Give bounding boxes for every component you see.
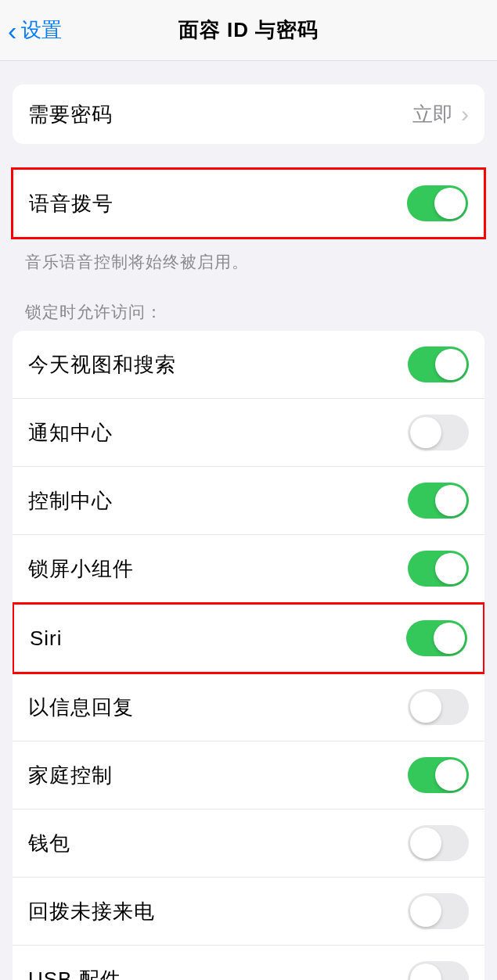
lock-access-toggle-4[interactable]: [406, 620, 467, 656]
lock-access-toggle-3[interactable]: [408, 551, 469, 587]
toggle-knob: [435, 553, 466, 584]
toggle-knob: [435, 485, 466, 516]
lock-access-row-5: 以信息回复: [13, 673, 484, 741]
lock-access-label: 以信息回复: [28, 694, 134, 721]
toggle-knob: [434, 623, 465, 654]
lock-access-toggle-1[interactable]: [408, 415, 469, 451]
lock-access-toggle-6[interactable]: [408, 757, 469, 793]
lock-access-toggle-7[interactable]: [408, 825, 469, 861]
header-bar: ‹ 设置 面容 ID 与密码: [0, 0, 497, 61]
lock-access-toggle-8[interactable]: [408, 893, 469, 929]
lock-access-label: 今天视图和搜索: [28, 351, 176, 379]
toggle-knob: [410, 827, 441, 859]
lock-access-label: 回拨未接来电: [28, 898, 155, 925]
lock-access-row-7: 钱包: [13, 809, 484, 878]
lock-access-header: 锁定时允许访问：: [0, 273, 497, 331]
voice-dial-group: 语音拨号: [11, 167, 486, 239]
lock-access-toggle-9[interactable]: [408, 961, 469, 980]
lock-access-label: 家庭控制: [28, 762, 113, 789]
toggle-knob: [410, 896, 441, 927]
toggle-knob: [410, 417, 441, 448]
lock-access-row-0: 今天视图和搜索: [13, 331, 484, 399]
lock-access-label: USB 配件: [28, 966, 121, 980]
lock-access-row-9: USB 配件: [13, 946, 484, 980]
voice-dial-footer: 音乐语音控制将始终被启用。: [0, 239, 497, 273]
toggle-knob: [434, 188, 466, 219]
lock-access-toggle-2[interactable]: [408, 483, 469, 519]
voice-dial-row: 语音拨号: [13, 170, 484, 237]
lock-access-toggle-5[interactable]: [408, 689, 469, 725]
back-label: 设置: [21, 16, 62, 44]
page-title: 面容 ID 与密码: [178, 16, 319, 44]
toggle-knob: [435, 759, 466, 791]
toggle-knob: [435, 349, 466, 380]
chevron-left-icon: ‹: [8, 17, 16, 44]
lock-access-row-8: 回拨未接来电: [13, 878, 484, 946]
lock-access-group: 今天视图和搜索通知中心控制中心锁屏小组件Siri以信息回复家庭控制钱包回拨未接来…: [13, 331, 484, 980]
lock-access-row-2: 控制中心: [13, 467, 484, 535]
lock-access-row-3: 锁屏小组件: [13, 535, 484, 603]
toggle-knob: [410, 691, 441, 723]
lock-access-row-6: 家庭控制: [13, 741, 484, 809]
require-passcode-label: 需要密码: [28, 101, 113, 128]
voice-dial-toggle[interactable]: [407, 185, 468, 221]
require-passcode-row[interactable]: 需要密码 立即 ›: [13, 84, 484, 144]
require-passcode-value: 立即 ›: [412, 101, 469, 128]
back-button[interactable]: ‹ 设置: [8, 16, 62, 44]
lock-access-toggle-0[interactable]: [408, 346, 469, 382]
lock-access-label: 控制中心: [28, 487, 113, 515]
lock-access-label: 锁屏小组件: [28, 555, 134, 583]
lock-access-row-1: 通知中心: [13, 399, 484, 467]
lock-access-row-4: Siri: [13, 602, 484, 674]
lock-access-label: 通知中心: [28, 419, 113, 447]
lock-access-label: 钱包: [28, 830, 70, 857]
voice-dial-label: 语音拨号: [29, 190, 113, 217]
lock-access-label: Siri: [30, 626, 63, 651]
chevron-right-icon: ›: [461, 101, 469, 127]
require-passcode-group: 需要密码 立即 ›: [13, 84, 484, 144]
toggle-knob: [410, 964, 441, 980]
